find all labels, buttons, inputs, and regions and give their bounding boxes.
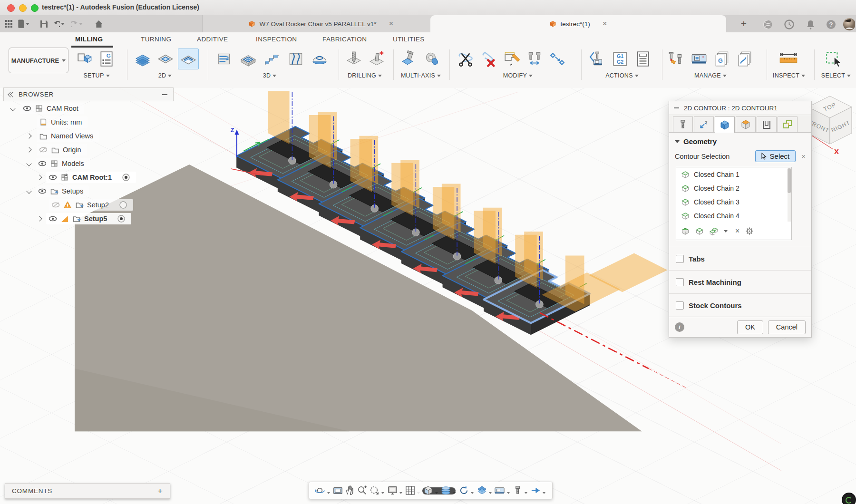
- machine-library-button[interactable]: [689, 48, 710, 69]
- close-tab-icon[interactable]: ×: [389, 19, 394, 29]
- 3d-group-dropdown[interactable]: 3D: [247, 72, 292, 79]
- tree-item-origin[interactable]: Origin: [3, 143, 174, 156]
- expander-icon[interactable]: [37, 216, 42, 221]
- collapse-panel-icon[interactable]: [9, 93, 15, 97]
- minimize-window-button[interactable]: [19, 4, 27, 12]
- rest-machining-checkbox-row[interactable]: Rest Machining: [669, 270, 811, 293]
- expander-icon[interactable]: [26, 161, 31, 166]
- drill-new-hole-button[interactable]: [366, 48, 387, 69]
- expander-icon[interactable]: [37, 174, 42, 180]
- minimize-panel-icon[interactable]: [162, 94, 167, 95]
- comments-bar[interactable]: COMMENTS +: [5, 483, 170, 499]
- 2d-pocket-button[interactable]: [155, 48, 176, 69]
- tree-item-setup5[interactable]: Setup5: [3, 212, 174, 225]
- chain-scrollbar[interactable]: [788, 168, 791, 222]
- tab-tool[interactable]: [673, 116, 693, 132]
- stock-contours-checkbox[interactable]: [676, 301, 684, 310]
- zoom-window-button[interactable]: [31, 4, 39, 12]
- app-grid-icon[interactable]: [3, 19, 14, 29]
- document-tab-testrec[interactable]: testrec*(1) ×: [430, 15, 726, 32]
- viewports-icon[interactable]: [422, 484, 434, 498]
- modify-group-dropdown[interactable]: MODIFY: [496, 72, 540, 79]
- setup-group-dropdown[interactable]: SETUP: [74, 72, 119, 79]
- ribbon-tab-additive[interactable]: ADDITIVE: [197, 32, 228, 47]
- notifications-bell-icon[interactable]: [804, 18, 817, 30]
- radio-selected-icon[interactable]: [122, 173, 130, 182]
- tool-library-button[interactable]: [666, 48, 687, 69]
- measure-button[interactable]: [775, 48, 802, 69]
- tab-linking[interactable]: [778, 116, 798, 132]
- post-process-button[interactable]: [587, 48, 608, 69]
- tool-change-button[interactable]: [524, 48, 545, 69]
- 2d-contour-button[interactable]: [178, 48, 199, 69]
- visibility-eye-icon[interactable]: [38, 187, 47, 195]
- browser-header[interactable]: BROWSER: [3, 87, 174, 101]
- templates-button[interactable]: [734, 48, 755, 69]
- look-at-icon[interactable]: [332, 484, 344, 498]
- chain-list-item[interactable]: Closed Chain 1: [676, 167, 791, 181]
- tree-item-cam-root-1[interactable]: CAM Root:1: [3, 170, 174, 184]
- radio-unselected-icon[interactable]: [119, 201, 127, 209]
- tabs-checkbox-row[interactable]: Tabs: [669, 247, 811, 270]
- tab-heights[interactable]: [736, 116, 756, 132]
- visibility-off-icon[interactable]: [39, 145, 48, 154]
- tree-item-units[interactable]: Units: mm: [3, 115, 174, 129]
- collapse-dialog-icon[interactable]: [674, 107, 679, 108]
- workspace-switcher[interactable]: MANUFACTURE: [9, 48, 68, 73]
- add-comment-icon[interactable]: +: [157, 486, 163, 496]
- tab-passes[interactable]: [757, 116, 777, 132]
- simulate-gcode-button[interactable]: G1G2: [610, 48, 631, 69]
- dialog-header[interactable]: 2D CONTOUR : 2D CONTOUR1: [669, 101, 811, 115]
- display-settings-icon[interactable]: [386, 484, 399, 498]
- redo-button[interactable]: [71, 19, 83, 29]
- add-face-selection-icon[interactable]: [681, 227, 690, 235]
- remove-chain-icon[interactable]: ×: [735, 227, 739, 235]
- refresh-icon[interactable]: [458, 484, 470, 498]
- setup-sheet-button[interactable]: [632, 48, 653, 69]
- chain-list-item[interactable]: Closed Chain 3: [676, 195, 791, 209]
- machine-display-icon[interactable]: [494, 484, 506, 498]
- tree-item-named-views[interactable]: Named Views: [3, 129, 174, 143]
- multiaxis-group-dropdown[interactable]: MULTI-AXIS: [392, 72, 450, 79]
- zoom-icon[interactable]: [356, 484, 369, 498]
- expander-icon[interactable]: [10, 106, 15, 111]
- drill-button[interactable]: [343, 48, 364, 69]
- 2d-group-dropdown[interactable]: 2D: [143, 72, 187, 79]
- manage-group-dropdown[interactable]: MANAGE: [686, 72, 735, 79]
- chain-list-item[interactable]: Closed Chain 4: [676, 209, 791, 223]
- new-setup-button[interactable]: [74, 48, 95, 69]
- select-group-dropdown[interactable]: SELECT: [817, 72, 855, 79]
- close-tab-icon[interactable]: ×: [603, 19, 607, 29]
- delete-toolpath-button[interactable]: [478, 48, 499, 69]
- stock-contours-checkbox-row[interactable]: Stock Contours: [669, 293, 811, 317]
- tabs-checkbox[interactable]: [676, 255, 684, 263]
- ribbon-tab-turning[interactable]: TURNING: [141, 32, 171, 47]
- select-tool-button[interactable]: [823, 48, 844, 69]
- nc-programs-button[interactable]: G: [711, 48, 732, 69]
- file-menu-button[interactable]: [18, 19, 29, 29]
- 3d-flow-button[interactable]: [285, 48, 306, 69]
- visibility-eye-icon[interactable]: [49, 214, 57, 223]
- orbit-icon[interactable]: [314, 484, 326, 498]
- chain-list-item[interactable]: Closed Chain 2: [676, 181, 791, 195]
- tree-item-setup2[interactable]: Setup2: [3, 198, 174, 212]
- close-window-button[interactable]: [7, 4, 15, 12]
- tree-item-setups[interactable]: Setups: [3, 184, 174, 198]
- chain-settings-gear-icon[interactable]: [745, 227, 754, 235]
- add-chain-selection-icon[interactable]: [695, 227, 704, 235]
- extension-globe-icon[interactable]: [761, 18, 774, 30]
- add-multi-selection-icon[interactable]: [710, 227, 718, 235]
- tree-item-models[interactable]: Models: [3, 156, 174, 170]
- expander-icon[interactable]: [26, 147, 31, 152]
- help-question-icon[interactable]: ?: [825, 18, 837, 30]
- edit-toolpath-button[interactable]: [501, 48, 522, 69]
- section-slice-icon[interactable]: [440, 484, 452, 498]
- fit-view-icon[interactable]: [369, 484, 381, 498]
- visibility-off-icon[interactable]: [51, 201, 60, 209]
- tab-geometry-select[interactable]: [694, 116, 714, 132]
- document-tab-w7-chair[interactable]: W7 Oval Rocker Chair v5 PARALLEL v1* ×: [202, 15, 440, 32]
- trim-toolpath-button[interactable]: [456, 48, 477, 69]
- tab-geometry[interactable]: [715, 116, 735, 133]
- expander-icon[interactable]: [26, 133, 31, 138]
- view-cube[interactable]: TOP FRONT RIGHT X: [806, 95, 856, 166]
